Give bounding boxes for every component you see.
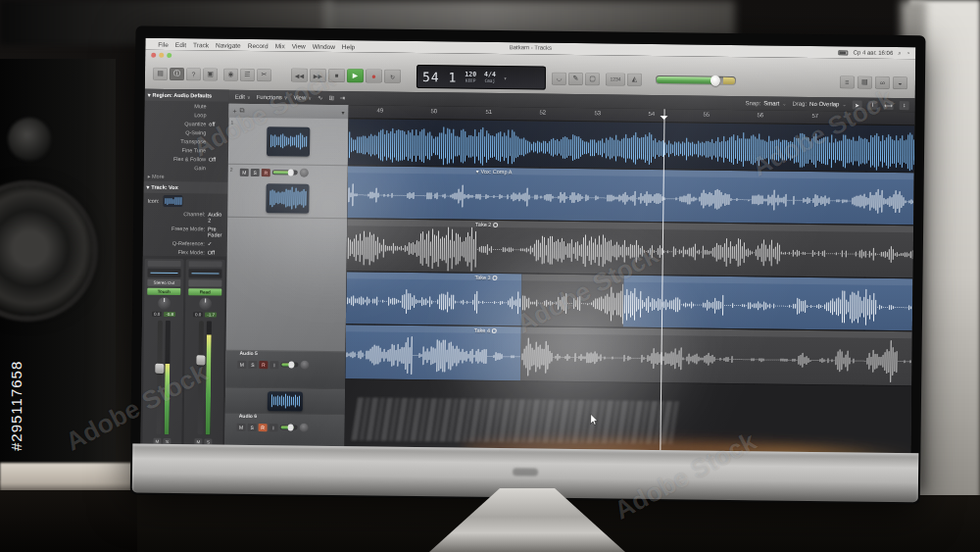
solo-button[interactable]: S xyxy=(251,168,260,176)
pan-knob[interactable] xyxy=(300,361,309,370)
take-region-selected[interactable] xyxy=(623,276,912,331)
volume-slider[interactable] xyxy=(272,170,298,175)
mute-button[interactable]: M xyxy=(237,423,246,430)
quick-help-icon[interactable]: ? xyxy=(186,68,201,80)
stop-button[interactable]: ■ xyxy=(328,69,345,82)
pan-knob[interactable] xyxy=(300,424,309,432)
spotlight-icon[interactable]: ⌕ xyxy=(898,50,901,57)
volume-fader[interactable] xyxy=(197,321,203,434)
zoom-h-icon[interactable]: ⟷ xyxy=(884,100,894,109)
volume-value[interactable]: -1.7 xyxy=(205,312,217,317)
minimize-icon[interactable] xyxy=(159,53,164,58)
automation-mode-button[interactable]: Touch xyxy=(147,288,180,295)
tuner-icon[interactable]: ◡ xyxy=(552,72,566,84)
catch-playhead-icon[interactable]: ⇥ xyxy=(340,94,346,102)
menubar-item-mix[interactable]: Mix xyxy=(275,42,285,49)
volume-slider[interactable] xyxy=(280,425,298,429)
arrange-area[interactable]: 49 50 51 52 53 54 55 56 57 xyxy=(344,105,914,456)
take-circle-icon[interactable] xyxy=(493,222,498,226)
fader-cap[interactable] xyxy=(196,355,205,365)
take-circle-icon[interactable] xyxy=(493,275,498,279)
track-header-2[interactable]: 2 M S R xyxy=(227,165,348,219)
input-monitor-button[interactable]: I xyxy=(270,361,278,369)
param-row[interactable]: Freeze Mode:Pre Fader xyxy=(143,224,227,239)
region-comp[interactable]: ▾ Vox: Comp A xyxy=(347,166,914,226)
record-enable-button[interactable]: R xyxy=(259,361,268,369)
track-header-settings-icon[interactable]: ▾ xyxy=(341,109,344,116)
record-enable-button[interactable]: R xyxy=(262,169,270,176)
solo-icon[interactable]: ▢ xyxy=(585,73,600,85)
edit-menu[interactable]: Edit∨ xyxy=(235,94,251,100)
menubar-item-help[interactable]: Help xyxy=(342,43,355,50)
fader-cap[interactable] xyxy=(155,364,164,374)
setting-slot[interactable] xyxy=(189,261,222,267)
mixer-icon[interactable]: ☰ xyxy=(240,68,255,80)
take-lane-4[interactable]: Take 4 xyxy=(345,325,912,386)
region-track1[interactable] xyxy=(348,119,915,173)
take-lane-3[interactable]: Take 3 xyxy=(346,272,913,331)
snap-dropdown[interactable]: Snap: Smart ⌄ xyxy=(746,100,787,107)
volume-value[interactable]: -0.8 xyxy=(164,312,175,317)
track-waveform-icon[interactable] xyxy=(163,195,182,207)
menubar-item-track[interactable]: Track xyxy=(193,41,209,48)
smart-controls-icon[interactable]: ◉ xyxy=(223,68,238,80)
zoom-window-icon[interactable] xyxy=(167,53,172,58)
setting-slot[interactable] xyxy=(148,261,181,267)
pan-knob[interactable] xyxy=(158,297,171,310)
track-header-audio6[interactable]: Audio 6 M S R I xyxy=(224,414,344,448)
pointer-tool-icon[interactable]: ➤ xyxy=(853,100,862,109)
take-label[interactable]: Take 3 xyxy=(474,275,497,280)
pan-knob[interactable] xyxy=(199,297,212,310)
comp-region[interactable] xyxy=(347,166,914,225)
editors-icon[interactable]: ✂ xyxy=(257,69,271,81)
browsers-icon[interactable]: ◒ xyxy=(893,75,907,88)
library-icon[interactable]: ▤ xyxy=(153,67,168,79)
empty-lane-zone[interactable] xyxy=(344,379,911,456)
inspector-icon[interactable]: ⓘ xyxy=(170,67,184,79)
input-monitor-button[interactable]: I xyxy=(270,424,278,431)
zoom-v-icon[interactable]: ↕ xyxy=(900,101,909,110)
toolbar-icon[interactable]: ▣ xyxy=(203,68,218,80)
track-header-audio5[interactable]: Audio 5 M S R I xyxy=(225,351,345,389)
functions-menu[interactable]: Functions∨ xyxy=(257,94,288,100)
add-track-button[interactable]: + xyxy=(233,107,237,114)
output-button[interactable]: Stereo Out xyxy=(147,279,180,286)
cycle-button[interactable]: ↻ xyxy=(384,70,401,83)
take-folder-label[interactable]: ▾ Vox: Comp A xyxy=(476,169,513,175)
lcd-display[interactable]: 54 1 120KEEP 4/4Cmaj ▾ xyxy=(416,65,546,90)
pan-knob[interactable] xyxy=(300,169,309,177)
master-volume-knob[interactable] xyxy=(710,75,720,86)
take-label[interactable]: Take 2 xyxy=(475,222,498,227)
duplicate-track-button[interactable]: ⧉ xyxy=(240,107,245,115)
view-menu[interactable]: View∨ xyxy=(293,94,312,100)
menubar-item-file[interactable]: File xyxy=(158,40,169,47)
record-button[interactable]: ● xyxy=(366,69,382,82)
take-region[interactable] xyxy=(521,274,624,326)
automation-mode-button[interactable]: Read xyxy=(188,288,221,295)
menubar-item-view[interactable]: View xyxy=(292,42,306,49)
mute-button[interactable]: M xyxy=(237,360,246,368)
region-inspector-header[interactable]: ▾ Region: Audio Defaults xyxy=(145,89,229,102)
menubar-item-window[interactable]: Window xyxy=(313,42,335,49)
note-pads-icon[interactable]: ▤ xyxy=(858,75,872,88)
audio-region[interactable] xyxy=(348,119,915,172)
apple-loops-icon[interactable]: ∞ xyxy=(875,75,890,88)
play-button[interactable]: ▶ xyxy=(347,69,364,82)
close-icon[interactable] xyxy=(151,53,156,58)
pan-value[interactable]: 0.0 xyxy=(152,312,162,317)
menubar-item-record[interactable]: Record xyxy=(248,41,269,48)
solo-button[interactable]: S xyxy=(248,360,257,368)
battery-icon[interactable] xyxy=(839,50,849,55)
pan-value[interactable]: 0.0 xyxy=(193,312,203,317)
count-in-icon[interactable]: 1234 xyxy=(606,73,625,85)
mute-button[interactable]: M xyxy=(240,168,249,176)
master-volume-slider[interactable] xyxy=(656,75,736,85)
rewind-button[interactable]: ◀◀ xyxy=(291,68,308,81)
track-header-1[interactable]: 1 xyxy=(228,118,349,166)
flex-icon[interactable]: ⊞ xyxy=(328,94,334,102)
solo-button[interactable]: S xyxy=(248,423,257,430)
list-editors-icon[interactable]: ≡ xyxy=(840,75,855,88)
track-inspector-header[interactable]: ▾ Track: Vox xyxy=(144,181,228,194)
drag-dropdown[interactable]: Drag: No Overlap ⌄ xyxy=(792,101,846,108)
automation-icon[interactable]: ∿ xyxy=(318,94,323,102)
